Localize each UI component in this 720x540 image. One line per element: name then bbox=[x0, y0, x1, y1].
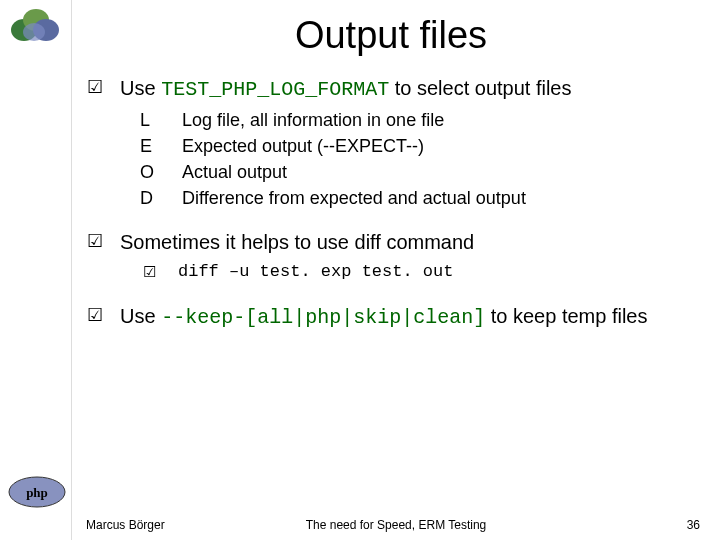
sub-value: Expected output (--EXPECT--) bbox=[182, 133, 424, 159]
bullet-item: ☑ Use --keep-[all|php|skip|clean] to kee… bbox=[86, 303, 710, 331]
bullet-item: ☑ Use TEST_PHP_LOG_FORMAT to select outp… bbox=[86, 75, 710, 103]
svg-point-3 bbox=[23, 23, 45, 41]
sub-item: ☑ diff –u test. exp test. out bbox=[140, 259, 710, 285]
sub-value: Actual output bbox=[182, 159, 287, 185]
sub-key: D bbox=[140, 185, 158, 211]
sub-value: diff –u test. exp test. out bbox=[178, 259, 453, 285]
sub-item: DDifference from expected and actual out… bbox=[140, 185, 710, 211]
check-icon: ☑ bbox=[86, 303, 104, 327]
bullet-text: Use TEST_PHP_LOG_FORMAT to select output… bbox=[120, 75, 572, 103]
sub-value: Log file, all information in one file bbox=[182, 107, 444, 133]
sidebar: php bbox=[0, 0, 72, 540]
sub-list: LLog file, all information in one file E… bbox=[140, 107, 710, 211]
sub-key: O bbox=[140, 159, 158, 185]
bullet-pre: Use bbox=[120, 77, 161, 99]
check-icon: ☑ bbox=[140, 259, 158, 285]
sub-key: E bbox=[140, 133, 158, 159]
footer-author: Marcus Börger bbox=[86, 518, 165, 532]
bullet-post: to select output files bbox=[389, 77, 571, 99]
bullet-post: to keep temp files bbox=[485, 305, 647, 327]
footer-page: 36 bbox=[687, 518, 700, 532]
content-area: ☑ Use TEST_PHP_LOG_FORMAT to select outp… bbox=[72, 75, 710, 514]
bullet-pre: Use bbox=[120, 305, 161, 327]
sub-key: L bbox=[140, 107, 158, 133]
slide-title: Output files bbox=[72, 14, 710, 57]
sub-item: EExpected output (--EXPECT--) bbox=[140, 133, 710, 159]
sub-value: Difference from expected and actual outp… bbox=[182, 185, 526, 211]
check-icon: ☑ bbox=[86, 229, 104, 253]
bullet-text: Use --keep-[all|php|skip|clean] to keep … bbox=[120, 303, 648, 331]
footer-title: The need for Speed, ERM Testing bbox=[306, 518, 487, 532]
php-logo-icon: php bbox=[8, 476, 66, 512]
main-content: Output files ☑ Use TEST_PHP_LOG_FORMAT t… bbox=[72, 0, 720, 540]
svg-text:php: php bbox=[26, 485, 48, 500]
bullet-code: --keep-[all|php|skip|clean] bbox=[161, 306, 485, 329]
sub-item: LLog file, all information in one file bbox=[140, 107, 710, 133]
bullet-text: Sometimes it helps to use diff command bbox=[120, 229, 474, 255]
bullet-pre: Sometimes it helps to use diff command bbox=[120, 231, 474, 253]
check-icon: ☑ bbox=[86, 75, 104, 99]
sub-list: ☑ diff –u test. exp test. out bbox=[140, 259, 710, 285]
sub-item: OActual output bbox=[140, 159, 710, 185]
bullet-code: TEST_PHP_LOG_FORMAT bbox=[161, 78, 389, 101]
footer: Marcus Börger The need for Speed, ERM Te… bbox=[72, 514, 710, 540]
logo-top-icon bbox=[10, 6, 62, 48]
bullet-item: ☑ Sometimes it helps to use diff command bbox=[86, 229, 710, 255]
